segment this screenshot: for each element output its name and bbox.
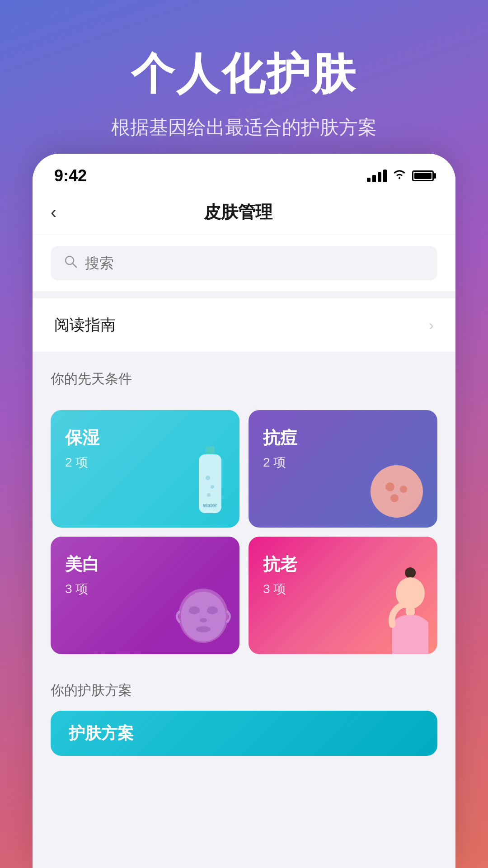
phone-container: 9:42 bbox=[33, 154, 455, 868]
svg-point-18 bbox=[405, 567, 416, 578]
innate-section-title: 你的先天条件 bbox=[51, 370, 437, 388]
wifi-icon bbox=[392, 169, 407, 183]
mask-illustration bbox=[172, 584, 235, 652]
anti-aging-card[interactable]: 抗老 3 项 bbox=[249, 537, 437, 654]
search-icon bbox=[63, 254, 78, 272]
nav-bar: ‹ 皮肤管理 bbox=[33, 190, 455, 235]
svg-point-11 bbox=[390, 494, 399, 502]
svg-point-13 bbox=[181, 592, 226, 642]
acne-card[interactable]: 抗痘 2 项 bbox=[249, 410, 437, 528]
svg-line-1 bbox=[73, 264, 76, 267]
svg-point-17 bbox=[196, 626, 211, 632]
status-bar: 9:42 bbox=[33, 154, 455, 190]
svg-point-5 bbox=[211, 485, 214, 489]
svg-point-22 bbox=[404, 600, 413, 609]
acne-card-title: 抗痘 bbox=[263, 426, 423, 449]
svg-point-10 bbox=[400, 486, 407, 493]
hero-title: 个人化护肤 bbox=[27, 45, 461, 104]
page-title: 皮肤管理 bbox=[67, 201, 408, 224]
search-section bbox=[33, 235, 455, 291]
svg-point-16 bbox=[200, 618, 207, 623]
hero-subtitle: 根据基因给出最适合的护肤方案 bbox=[27, 115, 461, 140]
svg-rect-2 bbox=[206, 446, 215, 454]
bottle-illustration: water bbox=[190, 446, 230, 523]
svg-point-9 bbox=[385, 482, 394, 491]
guide-row[interactable]: 阅读指南 › bbox=[33, 298, 455, 352]
skincare-solution-card[interactable]: 护肤方案 bbox=[51, 711, 437, 756]
back-button[interactable]: ‹ bbox=[51, 202, 56, 222]
svg-point-4 bbox=[206, 476, 210, 480]
moisturize-card[interactable]: 保湿 2 项 water bbox=[51, 410, 239, 528]
svg-point-8 bbox=[371, 465, 423, 518]
innate-section-header: 你的先天条件 bbox=[33, 352, 455, 410]
cards-grid: 保湿 2 项 water 抗痘 2 项 bbox=[33, 410, 455, 654]
search-bar[interactable] bbox=[51, 246, 437, 280]
hero-section: 个人化护肤 根据基因给出最适合的护肤方案 bbox=[0, 0, 488, 167]
whitening-card-title: 美白 bbox=[65, 553, 225, 576]
svg-text:water: water bbox=[202, 502, 217, 509]
chevron-right-icon: › bbox=[429, 317, 434, 334]
svg-point-15 bbox=[207, 606, 218, 614]
battery-icon bbox=[412, 170, 434, 181]
svg-point-14 bbox=[189, 606, 200, 614]
phone-inner: 9:42 bbox=[33, 154, 455, 868]
svg-point-6 bbox=[207, 493, 211, 497]
guide-label: 阅读指南 bbox=[54, 315, 116, 335]
acne-face-illustration bbox=[367, 462, 426, 521]
status-icons bbox=[367, 169, 434, 183]
signal-icon bbox=[367, 170, 387, 182]
search-input[interactable] bbox=[85, 255, 425, 272]
person-illustration bbox=[381, 564, 431, 654]
skincare-card-title: 护肤方案 bbox=[69, 722, 134, 745]
solution-section: 你的护肤方案 护肤方案 bbox=[33, 663, 455, 765]
solution-section-title: 你的护肤方案 bbox=[51, 681, 437, 700]
status-time: 9:42 bbox=[54, 166, 87, 185]
whitening-card[interactable]: 美白 3 项 bbox=[51, 537, 239, 654]
